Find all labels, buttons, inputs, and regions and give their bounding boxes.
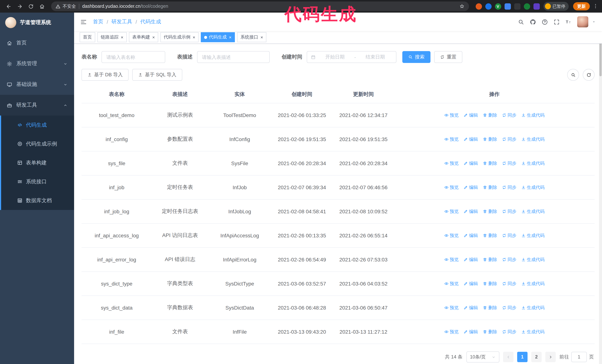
delete-link[interactable]: 删除 <box>483 160 497 166</box>
sync-link[interactable]: 同步 <box>502 329 516 335</box>
extension-icon-1[interactable] <box>475 3 482 10</box>
date-range-picker[interactable]: 开始日期 - 结束日期 <box>307 51 396 63</box>
sync-link[interactable]: 同步 <box>502 112 516 118</box>
tab-tracing[interactable]: 链路追踪× <box>97 32 127 42</box>
close-icon[interactable]: × <box>121 35 123 40</box>
preview-link[interactable]: 预览 <box>444 232 459 239</box>
edit-link[interactable]: 编辑 <box>463 112 478 118</box>
close-icon[interactable]: × <box>229 35 232 40</box>
delete-link[interactable]: 删除 <box>483 232 497 239</box>
edit-link[interactable]: 编辑 <box>463 208 478 215</box>
preview-link[interactable]: 预览 <box>444 281 459 287</box>
goto-page-input[interactable] <box>571 352 587 362</box>
tab-form-builder[interactable]: 表单构建× <box>129 32 158 42</box>
tab-codegen[interactable]: 代码生成× <box>201 32 235 42</box>
tab-codegen-example[interactable]: 代码生成示例× <box>161 32 199 42</box>
breadcrumb-home[interactable]: 首页 <box>93 19 103 25</box>
generate-code-link[interactable]: 生成代码 <box>521 208 545 215</box>
import-sql-button[interactable]: 基于 SQL 导入 <box>132 69 183 81</box>
extension-icon-4[interactable] <box>504 3 511 10</box>
reset-button[interactable]: 重置 <box>434 51 462 63</box>
reload-icon[interactable] <box>26 1 36 11</box>
fullscreen-icon[interactable] <box>553 19 560 25</box>
next-page-button[interactable] <box>545 352 556 362</box>
address-bar[interactable]: 不安全 dashboard.yudao.iocoder.cn/tool/code… <box>51 1 469 11</box>
generate-code-link[interactable]: 生成代码 <box>521 256 545 263</box>
preview-link[interactable]: 预览 <box>444 112 459 118</box>
preview-link[interactable]: 预览 <box>444 256 459 263</box>
delete-link[interactable]: 删除 <box>483 305 497 311</box>
page-button-1[interactable]: 1 <box>517 352 527 362</box>
delete-link[interactable]: 删除 <box>483 136 497 142</box>
sidebar-item-system-mgmt[interactable]: 系统管理 <box>0 53 74 74</box>
sidebar-item-dev-tools[interactable]: 研发工具 <box>0 95 74 115</box>
breadcrumb-dev-tools[interactable]: 研发工具 <box>111 19 132 25</box>
toggle-search-button[interactable] <box>567 69 579 81</box>
delete-link[interactable]: 删除 <box>483 281 497 287</box>
generate-code-link[interactable]: 生成代码 <box>521 184 545 190</box>
tab-home[interactable]: 首页 <box>80 32 95 42</box>
back-icon[interactable] <box>4 1 13 11</box>
close-icon[interactable]: × <box>260 35 263 40</box>
extension-icon-7[interactable] <box>533 3 540 10</box>
sidebar-item-codegen[interactable]: 代码生成 <box>0 115 74 135</box>
sync-link[interactable]: 同步 <box>502 305 516 311</box>
search-icon[interactable] <box>518 19 524 25</box>
edit-link[interactable]: 编辑 <box>463 329 478 335</box>
table-desc-input[interactable] <box>197 51 270 63</box>
tab-system-api[interactable]: 系统接口× <box>237 32 266 42</box>
delete-link[interactable]: 删除 <box>483 184 497 190</box>
edit-link[interactable]: 编辑 <box>463 256 478 263</box>
sync-link[interactable]: 同步 <box>502 160 516 166</box>
prev-page-button[interactable] <box>503 352 514 362</box>
page-scrollbar[interactable] <box>599 13 602 364</box>
sidebar-item-db-doc[interactable]: 数据库文档 <box>0 191 74 210</box>
app-logo[interactable]: 芋道管理系统 <box>0 13 74 32</box>
browser-update-button[interactable]: 更新 <box>573 2 590 10</box>
preview-link[interactable]: 预览 <box>444 160 459 166</box>
extension-icon-6[interactable] <box>524 3 530 10</box>
delete-link[interactable]: 删除 <box>483 329 497 335</box>
sidebar-item-codegen-example[interactable]: 代码生成示例 <box>0 135 74 153</box>
generate-code-link[interactable]: 生成代码 <box>521 329 545 335</box>
sidebar-item-home[interactable]: 首页 <box>0 32 74 53</box>
sync-link[interactable]: 同步 <box>502 232 516 239</box>
close-icon[interactable]: × <box>152 35 155 40</box>
extension-icon-2[interactable] <box>485 3 491 10</box>
security-indicator[interactable]: 不安全 <box>55 3 76 10</box>
preview-link[interactable]: 预览 <box>444 208 459 215</box>
delete-link[interactable]: 删除 <box>483 256 497 263</box>
edit-link[interactable]: 编辑 <box>463 136 478 142</box>
preview-link[interactable]: 预览 <box>444 305 459 311</box>
browser-profile-chip[interactable]: 已暂停 <box>543 2 569 11</box>
bookmark-star-icon[interactable] <box>459 3 464 9</box>
home-icon[interactable] <box>37 1 47 11</box>
preview-link[interactable]: 预览 <box>444 136 459 142</box>
forward-icon[interactable] <box>15 1 24 11</box>
extension-icon-5[interactable] <box>514 3 520 10</box>
generate-code-link[interactable]: 生成代码 <box>521 281 545 287</box>
help-icon[interactable] <box>542 19 548 25</box>
refresh-button[interactable] <box>583 69 595 81</box>
page-button-2[interactable]: 2 <box>531 352 542 362</box>
edit-link[interactable]: 编辑 <box>463 184 478 190</box>
generate-code-link[interactable]: 生成代码 <box>521 136 545 142</box>
hamburger-icon[interactable] <box>80 18 87 25</box>
sidebar-item-form-builder[interactable]: 表单构建 <box>0 153 74 172</box>
edit-link[interactable]: 编辑 <box>463 281 478 287</box>
sidebar-item-system-api[interactable]: 系统接口 <box>0 172 74 191</box>
preview-link[interactable]: 预览 <box>444 329 459 335</box>
sync-link[interactable]: 同步 <box>502 256 516 263</box>
generate-code-link[interactable]: 生成代码 <box>521 232 545 239</box>
generate-code-link[interactable]: 生成代码 <box>521 160 545 166</box>
user-avatar[interactable] <box>577 16 588 27</box>
page-size-select[interactable]: 10条/页 <box>466 351 499 363</box>
generate-code-link[interactable]: 生成代码 <box>521 112 545 118</box>
generate-code-link[interactable]: 生成代码 <box>521 305 545 311</box>
sync-link[interactable]: 同步 <box>502 136 516 142</box>
github-icon[interactable] <box>530 19 536 25</box>
extension-icon-3[interactable]: V <box>495 3 501 10</box>
search-button[interactable]: 搜索 <box>402 51 430 63</box>
edit-link[interactable]: 编辑 <box>463 232 478 239</box>
import-db-button[interactable]: 基于 DB 导入 <box>82 69 129 81</box>
